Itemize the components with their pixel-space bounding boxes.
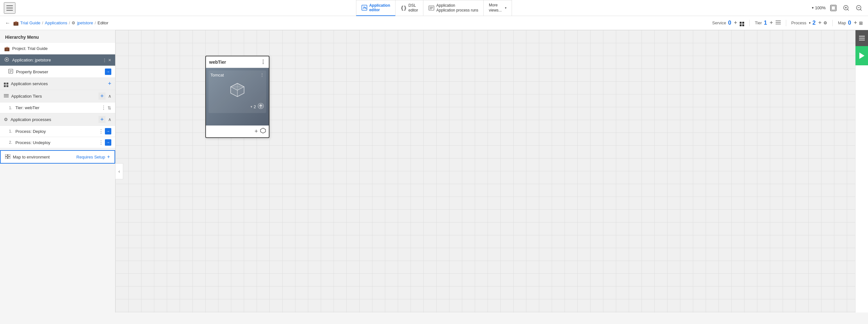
toolbar-tier-list-icon[interactable]	[776, 20, 781, 26]
svg-line-10	[847, 9, 849, 10]
hamburger-button[interactable]	[4, 2, 16, 14]
toolbar-service-count: 0	[728, 20, 731, 26]
tab-dsl-editor[interactable]: {} DSL editor	[396, 0, 424, 16]
webtier-expand-button[interactable]: ⇅	[107, 105, 111, 110]
application-icon	[4, 57, 10, 63]
breadcrumb: ← 💼 Trial Guide / Applications / ⚙ jpets…	[5, 20, 712, 26]
application-label: Application: jpetstore	[12, 58, 102, 63]
tab-app-editor[interactable]: Application editor	[356, 0, 396, 16]
fit-screen-button[interactable]	[828, 3, 838, 13]
toolbar-map-icon[interactable]: ⊞	[859, 21, 863, 26]
webtier-card-more-button[interactable]: ⋮	[260, 59, 266, 65]
sidebar-section-app-services[interactable]: Application services +	[0, 78, 115, 90]
undeploy-actions: ⋮ →	[98, 139, 111, 146]
application-close-button[interactable]: ✕	[108, 58, 111, 63]
toolbar-service-add[interactable]: +	[734, 20, 738, 26]
tab-dsl-editor-line2: editor	[408, 8, 418, 12]
deploy-arrow-button[interactable]: →	[105, 128, 111, 135]
undeploy-arrow-button[interactable]: →	[105, 139, 111, 146]
zoom-dropdown-arrow[interactable]: ▾	[812, 6, 814, 10]
sidebar-item-project[interactable]: 💼 Project: Trial Guide	[0, 43, 115, 55]
canvas-collapse-button[interactable]: ‹	[116, 163, 123, 179]
sidebar-item-webtier[interactable]: 1. Tier: webTier ⋮ ⇅	[0, 103, 115, 113]
toolbar-map-label: Map	[838, 21, 846, 25]
breadcrumb-sep3: /	[95, 21, 96, 25]
toolbar-service-grid-icon[interactable]	[740, 20, 744, 26]
sidebar-item-application[interactable]: Application: jpetstore ⋮ ✕	[0, 55, 115, 66]
dsl-editor-icon: {}	[401, 5, 406, 11]
breadcrumb-sep2: /	[69, 21, 70, 25]
tomcat-service-more[interactable]: ⋮	[260, 72, 264, 77]
tier-service-icon[interactable]	[260, 128, 266, 136]
webtier-num: 1.	[9, 106, 16, 110]
toolbar-process-add[interactable]: +	[818, 20, 822, 26]
tier-add-service-btn[interactable]: +	[254, 128, 258, 135]
map-env-setup[interactable]: Requires Setup	[76, 155, 105, 159]
breadcrumb-applications[interactable]: Applications	[45, 21, 67, 25]
application-more-button[interactable]: ⋮	[102, 58, 107, 63]
webtier-more-button[interactable]: ⋮	[101, 105, 106, 111]
app-editor-icon	[362, 5, 367, 10]
tomcat-cube-icon	[229, 82, 245, 98]
app-processes-icon: ⚙	[4, 117, 8, 122]
sidebar-item-process-undeploy[interactable]: 2. Process: Undeploy ⋮ →	[0, 137, 115, 148]
app-tiers-icon	[4, 94, 9, 99]
tab-app-editor-line1: Application	[369, 3, 390, 8]
sidebar-section-app-processes[interactable]: ⚙ Application processes + ∧	[0, 113, 115, 126]
nav-right: ▾ 100%	[812, 3, 864, 13]
tomcat-service-name: Tomcat	[210, 73, 224, 77]
toolbar-tier-add[interactable]: +	[770, 20, 773, 26]
breadcrumb-sep1: /	[42, 21, 43, 25]
tomcat-service-card[interactable]: Tomcat ⋮	[209, 70, 266, 113]
deploy-service-icon[interactable]	[257, 103, 264, 111]
toolbar-process-gear-icon[interactable]: ⚙	[824, 21, 827, 25]
instance-dropdown[interactable]: ▾	[250, 105, 252, 109]
canvas-grid: webTier ⋮ Tomcat ⋮	[116, 30, 868, 313]
more-views-dropdown[interactable]: Moreviews... ▾	[484, 0, 512, 16]
tomcat-service-header: Tomcat ⋮	[210, 72, 264, 77]
more-views-label: Moreviews...	[489, 3, 502, 13]
app-services-icon	[4, 80, 8, 87]
zoom-out-button[interactable]	[854, 3, 864, 13]
tab-app-process-runs-line1: Application	[436, 3, 478, 8]
deploy-more-button[interactable]: ⋮	[98, 129, 103, 135]
breadcrumb-trial-guide[interactable]: Trial Guide	[20, 21, 40, 25]
right-panel-menu-button[interactable]	[856, 30, 868, 46]
instance-count: 2	[254, 104, 256, 109]
map-env-plus-button[interactable]: +	[107, 154, 110, 160]
sidebar-map-to-env[interactable]: Map to environment Requires Setup +	[0, 150, 115, 164]
map-env-label: Map to environment	[13, 155, 76, 159]
canvas-area[interactable]: ‹ webTier ⋮ Tomcat ⋮	[116, 30, 868, 313]
sidebar-header: Hierarchy Menu	[0, 30, 115, 43]
svg-rect-6	[831, 6, 835, 10]
right-panel-run-button[interactable]	[856, 46, 868, 65]
toolbar-service: Service 0 +	[712, 20, 744, 26]
toolbar-process-dropdown[interactable]: ▾	[809, 21, 811, 25]
app-processes-collapse[interactable]: ∧	[108, 117, 111, 122]
app-tiers-add[interactable]: +	[98, 93, 105, 100]
zoom-in-button[interactable]	[841, 3, 851, 13]
main-content: Hierarchy Menu 💼 Project: Trial Guide Ap…	[0, 30, 868, 313]
undeploy-label: Process: Undeploy	[16, 140, 98, 145]
property-browser-icon	[8, 69, 13, 75]
property-browser-arrow[interactable]: →	[105, 69, 111, 75]
app-processes-add[interactable]: +	[98, 116, 105, 123]
svg-rect-26	[5, 154, 7, 156]
svg-marker-41	[859, 52, 865, 59]
back-button[interactable]: ←	[5, 20, 10, 26]
sidebar-section-app-tiers[interactable]: Application Tiers + ∧	[0, 90, 115, 103]
breadcrumb-editor: Editor	[97, 21, 108, 25]
deploy-label: Process: Deploy	[16, 129, 98, 134]
webtier-card[interactable]: webTier ⋮ Tomcat ⋮	[205, 56, 270, 138]
tab-app-process-runs[interactable]: Application Application process runs	[424, 0, 484, 16]
toolbar-process-count: 2	[812, 20, 816, 26]
app-services-add[interactable]: +	[108, 80, 111, 87]
undeploy-more-button[interactable]: ⋮	[98, 140, 103, 146]
tab-app-editor-line2: editor	[369, 8, 390, 12]
sidebar-item-process-deploy[interactable]: 1. Process: Deploy ⋮ →	[0, 126, 115, 137]
app-tiers-collapse[interactable]: ∧	[108, 94, 111, 99]
sidebar-item-property-browser[interactable]: Property Browser →	[0, 66, 115, 78]
toolbar-map-add[interactable]: +	[854, 20, 857, 26]
breadcrumb-jpetstore[interactable]: jpetstore	[77, 21, 93, 25]
collapse-icon: ‹	[118, 169, 120, 174]
